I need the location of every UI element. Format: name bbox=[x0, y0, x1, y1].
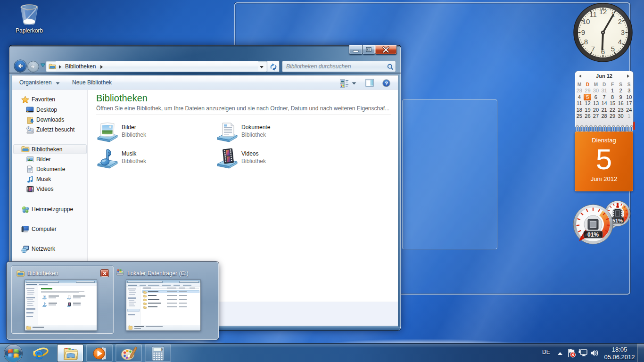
svg-text:8: 8 bbox=[584, 38, 588, 46]
svg-text:3: 3 bbox=[621, 28, 625, 36]
svg-text:2: 2 bbox=[618, 17, 622, 25]
svg-text:51%: 51% bbox=[612, 218, 623, 223]
svg-text:0: 0 bbox=[161, 348, 163, 352]
svg-text:?: ? bbox=[385, 81, 388, 86]
svg-text:7: 7 bbox=[591, 45, 595, 53]
svg-text:12: 12 bbox=[599, 8, 607, 16]
svg-text:10: 10 bbox=[582, 17, 590, 25]
svg-text:4: 4 bbox=[618, 38, 622, 46]
svg-text:5: 5 bbox=[611, 45, 615, 53]
svg-text:e: e bbox=[34, 345, 43, 361]
svg-text:01%: 01% bbox=[587, 231, 599, 238]
svg-text:9: 9 bbox=[581, 28, 585, 36]
svg-text:11: 11 bbox=[589, 10, 597, 18]
